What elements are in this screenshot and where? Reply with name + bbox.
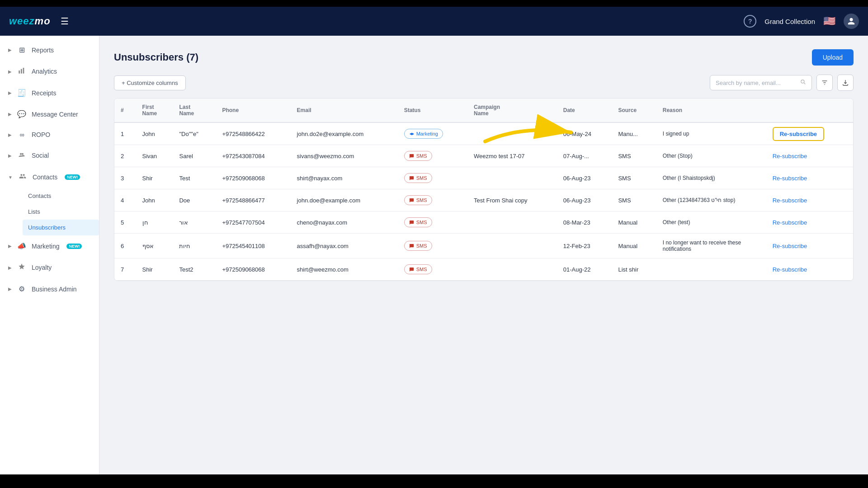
download-button[interactable] <box>837 75 854 91</box>
cell-status: SMS <box>398 189 467 211</box>
receipts-icon: 🧾 <box>17 89 26 97</box>
cell-email: sivans@weezmo.com <box>291 145 398 167</box>
svg-rect-1 <box>21 69 22 74</box>
status-badge: Marketing <box>404 129 443 139</box>
message-center-chevron: ▶ <box>8 112 12 117</box>
sidebar-item-message-center[interactable]: ▶ 💬 Message Center <box>0 103 99 125</box>
loyalty-chevron: ▶ <box>8 265 12 270</box>
cell-num: 4 <box>114 189 136 211</box>
cell-num: 3 <box>114 167 136 189</box>
reports-icon: ⊞ <box>17 46 26 54</box>
cell-last: Sarel <box>173 145 216 167</box>
sidebar-label-message-center: Message Center <box>32 111 78 118</box>
resubscribe-link[interactable]: Re-subscribe <box>773 153 807 160</box>
table-row: 6 אסף חיות +972545401108 assafh@nayax.co… <box>114 234 853 258</box>
cell-email: john.doe@example.com <box>291 189 398 211</box>
sidebar-item-receipts[interactable]: ▶ 🧾 Receipts <box>0 82 99 103</box>
filter-button[interactable] <box>816 75 833 91</box>
cell-phone: +972548866422 <box>216 122 290 145</box>
language-flag[interactable]: 🇺🇸 <box>823 15 835 27</box>
cell-email: assafh@nayax.com <box>291 234 398 258</box>
user-avatar[interactable] <box>844 14 859 29</box>
cell-last: "Do""e" <box>173 122 216 145</box>
cell-phone: +972545401108 <box>216 234 290 258</box>
svg-rect-2 <box>23 68 24 74</box>
cell-action[interactable]: Re-subscribe <box>766 122 853 145</box>
cell-campaign <box>467 234 557 258</box>
upload-button[interactable]: Upload <box>812 49 854 66</box>
sidebar-subitem-contacts[interactable]: Contacts <box>23 188 99 204</box>
cell-email: cheno@nayax.com <box>291 211 398 234</box>
cell-date: 06-Aug-23 <box>557 189 612 211</box>
contacts-chevron: ▼ <box>8 175 13 180</box>
help-icon[interactable]: ? <box>744 15 756 28</box>
marketing-badge: NEW! <box>66 244 82 249</box>
topbar-right: ? Grand Collection 🇺🇸 <box>744 14 859 29</box>
sidebar-subitem-lists[interactable]: Lists <box>23 204 99 220</box>
cell-email: shirt@nayax.com <box>291 167 398 189</box>
svg-rect-0 <box>19 70 20 74</box>
business-admin-icon: ⚙ <box>17 285 26 293</box>
sidebar-item-business-admin[interactable]: ▶ ⚙ Business Admin <box>0 278 99 300</box>
loyalty-icon <box>17 263 26 272</box>
customize-columns-button[interactable]: + Customize columns <box>114 75 186 90</box>
sidebar-item-loyalty[interactable]: ▶ Loyalty <box>0 257 99 278</box>
cell-first: Sivan <box>136 145 173 167</box>
sidebar-label-ropo: ROPO <box>32 131 50 138</box>
social-chevron: ▶ <box>8 153 12 158</box>
table-row: 3 Shir Test +972509068068 shirt@nayax.co… <box>114 167 853 189</box>
cell-action[interactable]: Re-subscribe <box>766 211 853 234</box>
resubscribe-link[interactable]: Re-subscribe <box>773 175 807 182</box>
cell-date: 12-Feb-23 <box>557 234 612 258</box>
status-badge: SMS <box>404 173 432 183</box>
main-content: Unsubscribers (7) Upload + Customize col… <box>99 36 868 488</box>
cell-email: john.do2e@example.com <box>291 122 398 145</box>
col-phone: Phone <box>216 99 290 122</box>
cell-action[interactable]: Re-subscribe <box>766 189 853 211</box>
cell-action[interactable]: Re-subscribe <box>766 167 853 189</box>
cell-date: 08-Mar-23 <box>557 211 612 234</box>
sidebar-item-contacts[interactable]: ▼ Contacts NEW! <box>0 166 99 188</box>
cell-last: Test <box>173 167 216 189</box>
sidebar-item-reports[interactable]: ▶ ⊞ Reports <box>0 39 99 61</box>
sidebar-item-ropo[interactable]: ▶ ∞ ROPO <box>0 125 99 145</box>
resubscribe-link[interactable]: Re-subscribe <box>773 219 807 226</box>
cell-source: Manual <box>612 211 656 234</box>
cell-first: Shir <box>136 167 173 189</box>
cell-action[interactable]: Re-subscribe <box>766 258 853 281</box>
sidebar-subitem-unsubscribers[interactable]: Unsubscribers <box>23 220 99 235</box>
cell-action[interactable]: Re-subscribe <box>766 234 853 258</box>
cell-campaign <box>467 211 557 234</box>
logo: weezmo <box>9 15 51 27</box>
analytics-chevron: ▶ <box>8 69 12 74</box>
col-action <box>766 99 853 122</box>
cell-status: SMS <box>398 234 467 258</box>
table-row: 5 חן אור +972547707504 cheno@nayax.com S… <box>114 211 853 234</box>
unsubscribers-table: # FirstName LastName Phone Email Status … <box>114 99 853 281</box>
cell-status: SMS <box>398 211 467 234</box>
message-center-icon: 💬 <box>17 110 26 118</box>
resubscribe-link[interactable]: Re-subscribe <box>773 266 807 273</box>
cell-status: SMS <box>398 145 467 167</box>
cell-phone: +972543087084 <box>216 145 290 167</box>
page-title: Unsubscribers (7) <box>114 52 198 63</box>
sidebar-item-analytics[interactable]: ▶ Analytics <box>0 61 99 82</box>
menu-icon[interactable]: ☰ <box>61 16 69 27</box>
status-badge: SMS <box>404 264 432 274</box>
col-num: # <box>114 99 136 122</box>
search-input[interactable] <box>716 80 797 86</box>
status-badge: SMS <box>404 241 432 251</box>
col-email: Email <box>291 99 398 122</box>
cell-last: Doe <box>173 189 216 211</box>
cell-action[interactable]: Re-subscribe <box>766 145 853 167</box>
resubscribe-link[interactable]: Re-subscribe <box>773 243 807 249</box>
cell-phone: +972547707504 <box>216 211 290 234</box>
resubscribe-link[interactable]: Re-subscribe <box>773 127 824 141</box>
resubscribe-link[interactable]: Re-subscribe <box>773 197 807 204</box>
cell-last: Test2 <box>173 258 216 281</box>
cell-source: SMS <box>612 145 656 167</box>
logo-area: weezmo ☰ <box>9 15 69 27</box>
sidebar-item-marketing[interactable]: ▶ 📣 Marketing NEW! <box>0 235 99 257</box>
sidebar-item-social[interactable]: ▶ Social <box>0 145 99 166</box>
table-row: 2 Sivan Sarel +972543087084 sivans@weezm… <box>114 145 853 167</box>
